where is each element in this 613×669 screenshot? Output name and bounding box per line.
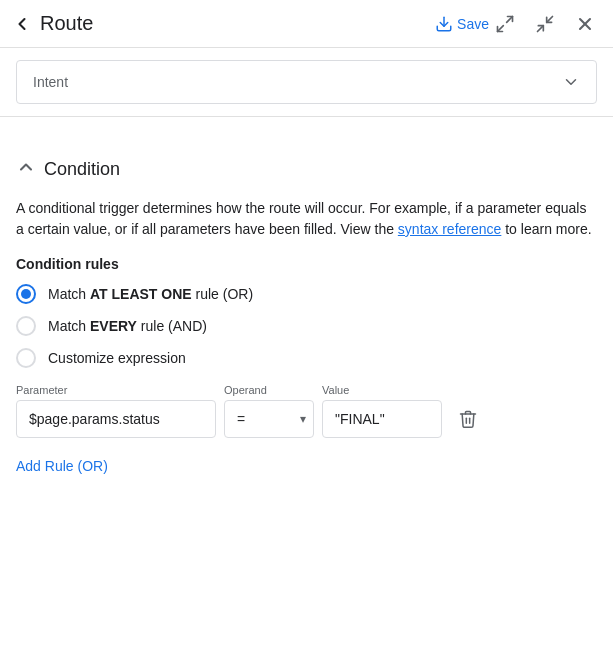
spacer: [0, 117, 613, 141]
radio-and[interactable]: Match EVERY rule (AND): [16, 316, 597, 336]
condition-rules-label: Condition rules: [16, 256, 597, 272]
radio-or[interactable]: Match AT LEAST ONE rule (OR): [16, 284, 597, 304]
intent-dropdown-icon: [562, 73, 580, 91]
value-label: Value: [322, 384, 442, 396]
save-button[interactable]: Save: [435, 15, 489, 33]
radio-custom[interactable]: Customize expression: [16, 348, 597, 368]
header-icons: [489, 8, 601, 40]
svg-line-4: [547, 16, 553, 22]
svg-line-3: [538, 25, 544, 31]
operand-label: Operand: [224, 384, 314, 396]
add-rule-button[interactable]: Add Rule (OR): [16, 454, 108, 478]
close-button[interactable]: [569, 8, 601, 40]
condition-collapse-icon[interactable]: [16, 157, 36, 182]
intent-label: Intent: [33, 74, 68, 90]
condition-section: Condition A conditional trigger determin…: [0, 141, 613, 486]
intent-dropdown[interactable]: Intent: [16, 60, 597, 104]
condition-description: A conditional trigger determines how the…: [16, 198, 597, 240]
fullscreen-button[interactable]: [489, 8, 521, 40]
collapse-button[interactable]: [529, 8, 561, 40]
header: Route Save: [0, 0, 613, 48]
radio-or-label: Match AT LEAST ONE rule (OR): [48, 286, 253, 302]
operand-field-group: Operand = != < > ▾: [224, 384, 314, 438]
condition-header: Condition: [16, 157, 597, 182]
rule-row: Parameter Operand = != < > ▾ Value: [16, 384, 597, 438]
parameter-input[interactable]: [16, 400, 216, 438]
radio-and-circle: [16, 316, 36, 336]
value-input[interactable]: [322, 400, 442, 438]
radio-or-inner: [21, 289, 31, 299]
syntax-reference-link[interactable]: syntax reference: [398, 221, 502, 237]
operand-select[interactable]: = != < >: [224, 400, 314, 438]
delete-rule-button[interactable]: [450, 402, 486, 438]
radio-group: Match AT LEAST ONE rule (OR) Match EVERY…: [16, 284, 597, 368]
condition-title: Condition: [44, 159, 120, 180]
parameter-label: Parameter: [16, 384, 216, 396]
intent-section: Intent: [0, 48, 613, 117]
radio-custom-label: Customize expression: [48, 350, 186, 366]
page-title: Route: [40, 12, 427, 35]
back-button[interactable]: [12, 14, 32, 34]
operand-wrapper: = != < > ▾: [224, 400, 314, 438]
svg-line-1: [507, 16, 513, 22]
svg-line-2: [498, 25, 504, 31]
value-field-group: Value: [322, 384, 442, 438]
radio-custom-circle: [16, 348, 36, 368]
parameter-field-group: Parameter: [16, 384, 216, 438]
save-label: Save: [457, 16, 489, 32]
radio-or-circle: [16, 284, 36, 304]
radio-and-label: Match EVERY rule (AND): [48, 318, 207, 334]
